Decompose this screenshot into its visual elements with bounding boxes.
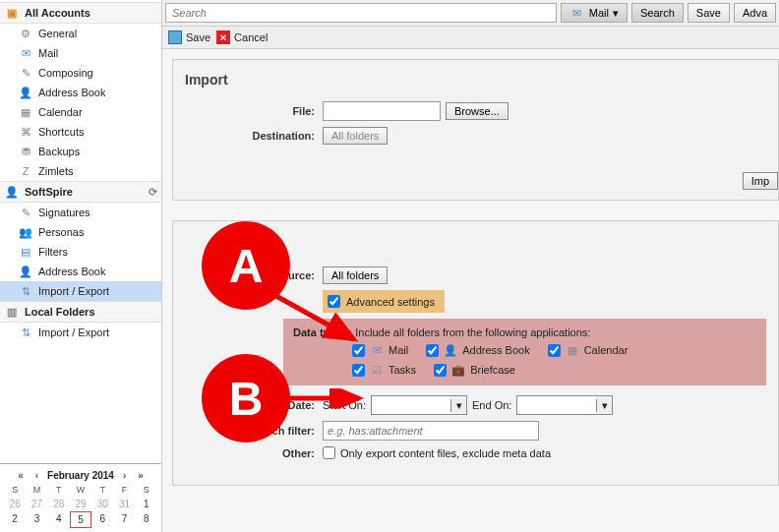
tree-section-label: All Accounts xyxy=(25,7,90,19)
calendar-day[interactable]: 2 xyxy=(4,511,26,528)
calendar-icon: ▦ xyxy=(565,342,580,358)
start-date-input[interactable]: ▾ xyxy=(371,395,467,415)
calendar-day[interactable]: 5 xyxy=(70,511,91,528)
save-icon xyxy=(168,30,182,44)
search-scope-mail-button[interactable]: ✉Mail▾ xyxy=(561,3,628,23)
tree-section-label: Local Folders xyxy=(25,306,95,318)
search-button[interactable]: Search xyxy=(631,3,684,23)
datatype-calendar[interactable]: ▦Calendar xyxy=(548,342,629,358)
persona-icon: 👥 xyxy=(18,224,33,240)
sidebar-item-backups[interactable]: ⛃Backups xyxy=(0,142,161,161)
exclude-meta-checkbox[interactable] xyxy=(323,446,335,459)
calendar-day[interactable]: 6 xyxy=(91,511,113,528)
sidebar-item-calendar[interactable]: ▦Calendar xyxy=(0,102,161,122)
search-input[interactable] xyxy=(165,3,557,23)
mail-icon: ✉ xyxy=(369,342,385,358)
save-prefs-button[interactable]: Save xyxy=(168,30,210,44)
filter-icon: ▤ xyxy=(18,244,33,260)
sidebar-item-mail[interactable]: ✉Mail xyxy=(0,43,161,63)
file-input[interactable] xyxy=(323,101,441,121)
calendar-day[interactable]: 4 xyxy=(48,511,70,528)
account-icon: 👤 xyxy=(4,184,20,200)
contacts-icon: 👤 xyxy=(18,264,33,279)
sidebar-item-addressbook2[interactable]: 👤Address Book xyxy=(0,262,161,281)
destination-label: Destination: xyxy=(185,130,323,142)
tasks-icon: ☑ xyxy=(369,362,385,378)
chevron-down-icon[interactable]: ▾ xyxy=(450,399,466,412)
datatype-tasks[interactable]: ☑Tasks xyxy=(352,362,416,378)
calendar-icon: ▦ xyxy=(18,104,33,120)
cal-next-year[interactable]: » xyxy=(135,470,147,481)
sidebar-item-composing[interactable]: ✎Composing xyxy=(0,63,161,83)
calendar-day[interactable]: 27 xyxy=(26,497,47,511)
source-button[interactable]: All folders xyxy=(323,266,388,284)
zimlets-icon: Z xyxy=(18,163,33,179)
tree-section-local-folders[interactable]: ▥ Local Folders xyxy=(0,301,161,323)
sidebar-item-general[interactable]: ⚙General xyxy=(0,24,161,43)
folder-icon: ▥ xyxy=(4,304,20,320)
file-label: File: xyxy=(185,105,323,117)
backups-icon: ⛃ xyxy=(18,144,33,159)
mail-icon: ✉ xyxy=(569,5,585,21)
tree-section-label: SoftSpire xyxy=(25,186,73,198)
cal-next-month[interactable]: › xyxy=(120,470,129,481)
datatype-addressbook[interactable]: 👤Address Book xyxy=(426,342,529,358)
contacts-icon: 👤 xyxy=(443,342,458,358)
briefcase-icon: 💼 xyxy=(450,362,466,378)
svg-line-0 xyxy=(266,290,354,339)
calendar-day[interactable]: 1 xyxy=(136,497,157,511)
datatype-briefcase[interactable]: 💼Briefcase xyxy=(434,362,515,378)
accounts-icon: ▣ xyxy=(4,5,20,21)
advanced-search-button[interactable]: Adva xyxy=(734,3,776,23)
datatypes-desc: Include all folders from the following a… xyxy=(355,326,590,338)
annotation-arrow-b xyxy=(280,388,369,408)
contacts-icon: 👤 xyxy=(18,85,33,100)
reload-icon[interactable]: ⟳ xyxy=(149,186,157,199)
cal-title: February 2014 xyxy=(47,470,114,481)
close-icon: × xyxy=(216,30,230,44)
annotation-badge-b: B xyxy=(202,354,290,443)
calendar-day[interactable]: 3 xyxy=(26,511,47,528)
import-panel: Import File: Browse... Destination: All … xyxy=(172,59,779,201)
preferences-tree: ▣ All Accounts ⚙General ✉Mail ✎Composing… xyxy=(0,0,161,463)
sidebar: ▣ All Accounts ⚙General ✉Mail ✎Composing… xyxy=(0,0,162,532)
cancel-prefs-button[interactable]: ×Cancel xyxy=(216,30,268,44)
calendar-day[interactable]: 8 xyxy=(136,511,157,528)
chevron-down-icon[interactable]: ▾ xyxy=(596,399,612,412)
search-filter-input[interactable] xyxy=(323,421,539,441)
calendar-day[interactable]: 31 xyxy=(113,497,135,511)
browse-button[interactable]: Browse... xyxy=(446,102,509,120)
destination-button[interactable]: All folders xyxy=(323,127,388,145)
end-date-input[interactable]: ▾ xyxy=(516,395,613,415)
end-on-label: End On: xyxy=(472,399,511,411)
chevron-down-icon: ▾ xyxy=(613,7,619,20)
sidebar-item-zimlets[interactable]: ZZimlets xyxy=(0,161,161,181)
mail-icon: ✉ xyxy=(18,45,33,61)
save-search-button[interactable]: Save xyxy=(688,3,730,23)
tree-section-softspire[interactable]: 👤 SoftSpire ⟳ xyxy=(0,181,161,203)
cal-prev-year[interactable]: « xyxy=(15,470,27,481)
panel-title: Import xyxy=(185,68,766,95)
signature-icon: ✎ xyxy=(18,205,33,220)
cal-prev-month[interactable]: ‹ xyxy=(32,470,41,481)
exclude-meta-label: Only export content files, exclude meta … xyxy=(340,447,551,459)
calendar-day[interactable]: 26 xyxy=(4,497,26,511)
import-export-icon: ⇅ xyxy=(18,283,33,299)
calendar-day[interactable]: 7 xyxy=(113,511,135,528)
sidebar-item-filters[interactable]: ▤Filters xyxy=(0,242,161,262)
tree-section-all-accounts[interactable]: ▣ All Accounts xyxy=(0,2,161,24)
calendar-day[interactable]: 30 xyxy=(91,497,113,511)
sidebar-item-shortcuts[interactable]: ⌘Shortcuts xyxy=(0,122,161,142)
sidebar-item-import-export[interactable]: ⇅Import / Export xyxy=(0,281,161,301)
import-button[interactable]: Imp xyxy=(743,172,778,190)
sidebar-item-addressbook[interactable]: 👤Address Book xyxy=(0,83,161,102)
compose-icon: ✎ xyxy=(18,65,33,81)
sidebar-item-personas[interactable]: 👥Personas xyxy=(0,222,161,242)
shortcuts-icon: ⌘ xyxy=(18,124,33,140)
gear-icon: ⚙ xyxy=(18,26,33,41)
top-toolbar: ✉Mail▾ Search Save Adva xyxy=(162,0,779,27)
sidebar-item-signatures[interactable]: ✎Signatures xyxy=(0,203,161,222)
calendar-day[interactable]: 28 xyxy=(48,497,70,511)
sidebar-item-local-import-export[interactable]: ⇅Import / Export xyxy=(0,323,161,342)
calendar-day[interactable]: 29 xyxy=(70,497,91,511)
